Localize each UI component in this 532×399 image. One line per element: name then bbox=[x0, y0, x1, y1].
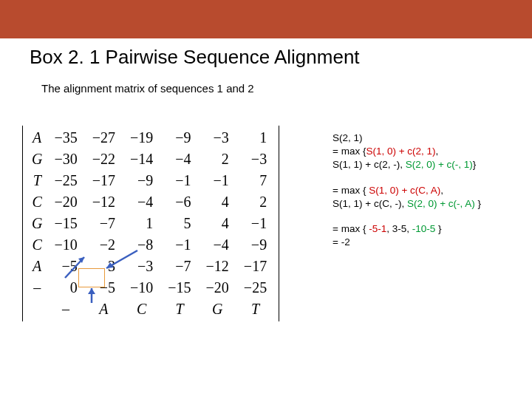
col-label: C bbox=[123, 299, 160, 320]
text: , 3-5, bbox=[386, 223, 412, 234]
matrix-cell: −7 bbox=[85, 213, 123, 234]
row-label: C bbox=[27, 191, 47, 213]
text-red: S(1, 0) + c(C, A) bbox=[369, 185, 440, 196]
formula-line: = max {S(1, 0) + c(2, 1), bbox=[332, 145, 517, 158]
page-title: Box 2. 1 Pairwise Sequence Alignment bbox=[0, 38, 532, 69]
formula-block-2: = max { S(1, 0) + c(C, A), S(1, 1) + c(C… bbox=[332, 184, 517, 211]
row-label: T bbox=[27, 170, 47, 191]
text: , bbox=[436, 146, 439, 157]
row-label: G bbox=[27, 149, 47, 170]
formula-line: = -2 bbox=[332, 236, 517, 249]
col-label: T bbox=[160, 299, 198, 320]
matrix-cell: 0 bbox=[47, 277, 84, 299]
matrix-cell: −9 bbox=[236, 234, 274, 256]
formula-block-1: S(2, 1) = max {S(1, 0) + c(2, 1), S(1, 1… bbox=[332, 132, 517, 172]
text-red: S(1, 0) + c(2, 1) bbox=[366, 146, 435, 157]
formula-line: = max { -5-1, 3-5, -10-5 } bbox=[332, 222, 517, 236]
matrix-cell: −14 bbox=[123, 149, 160, 170]
matrix-cell: −5 bbox=[47, 256, 84, 277]
matrix-cell: 1 bbox=[123, 213, 160, 234]
col-label: A bbox=[85, 299, 123, 320]
matrix-cell: −25 bbox=[47, 170, 84, 191]
row-label: G bbox=[27, 213, 47, 234]
matrix-cell: −20 bbox=[199, 277, 236, 299]
matrix-cell: −27 bbox=[85, 127, 123, 149]
formula-line: S(1, 1) + c(2, -), S(2, 0) + c(-, 1)} bbox=[332, 158, 517, 171]
matrix-cell: 7 bbox=[236, 170, 274, 191]
formula-line: = max { S(1, 0) + c(C, A), bbox=[332, 184, 517, 197]
matrix-cell: −4 bbox=[199, 234, 236, 256]
matrix-cell: −30 bbox=[47, 149, 84, 170]
matrix-cell: −3 bbox=[123, 256, 160, 277]
matrix-cell: −6 bbox=[160, 191, 198, 213]
matrix-cell: −4 bbox=[123, 191, 160, 213]
accent-bar bbox=[0, 0, 532, 38]
matrix-cell: −1 bbox=[199, 170, 236, 191]
row-label: A bbox=[27, 256, 47, 277]
matrix-cell: −20 bbox=[47, 191, 84, 213]
text: = max { bbox=[332, 146, 366, 157]
matrix-container: A−35−27−19−9−31G−30−22−14−42−3T−25−17−9−… bbox=[22, 126, 325, 324]
matrix-cell: −22 bbox=[85, 149, 123, 170]
text-green: S(2, 0) + c(-, A) bbox=[407, 198, 475, 209]
text: = max { bbox=[332, 223, 369, 234]
text: } bbox=[473, 159, 477, 170]
matrix-cell: −3 bbox=[199, 127, 236, 149]
formula-panel: S(2, 1) = max {S(1, 0) + c(2, 1), S(1, 1… bbox=[332, 132, 517, 262]
matrix-cell: −10 bbox=[123, 277, 160, 299]
matrix-cell: −15 bbox=[160, 277, 198, 299]
matrix-cell: −2 bbox=[85, 234, 123, 256]
text: } bbox=[475, 198, 481, 209]
matrix-cell: −12 bbox=[85, 191, 123, 213]
matrix-cell: −12 bbox=[199, 256, 236, 277]
col-label: T bbox=[236, 299, 274, 320]
matrix-cell: 4 bbox=[199, 191, 236, 213]
matrix-cell: −15 bbox=[47, 213, 84, 234]
formula-block-3: = max { -5-1, 3-5, -10-5 } = -2 bbox=[332, 222, 517, 249]
row-label bbox=[27, 299, 47, 320]
matrix-cell: −1 bbox=[160, 234, 198, 256]
matrix-cell: −9 bbox=[123, 170, 160, 191]
matrix-cell: −8 bbox=[123, 234, 160, 256]
text: = max { bbox=[332, 185, 369, 196]
matrix-cell: −7 bbox=[160, 256, 198, 277]
matrix-cell: 5 bbox=[160, 213, 198, 234]
text-green: -10-5 bbox=[412, 223, 436, 234]
row-label: A bbox=[27, 127, 47, 149]
matrix-cell: −17 bbox=[85, 170, 123, 191]
text-red: -5-1 bbox=[369, 223, 386, 234]
text: S(1, 1) + c(C, -), bbox=[332, 198, 407, 209]
matrix-cell: 2 bbox=[199, 149, 236, 170]
formula-line: S(2, 1) bbox=[332, 132, 517, 145]
text-green: S(2, 0) + c(-, 1) bbox=[406, 159, 473, 170]
matrix-cell: 4 bbox=[199, 213, 236, 234]
col-label: G bbox=[199, 299, 236, 320]
row-label: – bbox=[27, 277, 47, 299]
matrix-cell: −35 bbox=[47, 127, 84, 149]
matrix-cell: −17 bbox=[236, 256, 274, 277]
text: , bbox=[440, 185, 443, 196]
matrix-cell: 1 bbox=[236, 127, 274, 149]
col-label: – bbox=[47, 299, 84, 320]
text: S(1, 1) + c(2, -), bbox=[332, 159, 406, 170]
matrix-cell: −25 bbox=[236, 277, 274, 299]
row-label: C bbox=[27, 234, 47, 256]
matrix-cell: −9 bbox=[160, 127, 198, 149]
matrix-cell: −1 bbox=[236, 213, 274, 234]
formula-line: S(1, 1) + c(C, -), S(2, 0) + c(-, A) } bbox=[332, 197, 517, 211]
matrix-cell: −4 bbox=[160, 149, 198, 170]
alignment-matrix: A−35−27−19−9−31G−30−22−14−42−3T−25−17−9−… bbox=[22, 126, 279, 321]
matrix-cell: 3 bbox=[85, 256, 123, 277]
page-subtitle: The alignment matrix of sequences 1 and … bbox=[0, 69, 532, 95]
matrix-cell: 2 bbox=[236, 191, 274, 213]
text: } bbox=[435, 223, 441, 234]
matrix-cell: −19 bbox=[123, 127, 160, 149]
matrix-cell: −3 bbox=[236, 149, 274, 170]
matrix-cell: −5 bbox=[85, 277, 123, 299]
matrix-cell: −1 bbox=[160, 170, 198, 191]
matrix-cell: −10 bbox=[47, 234, 84, 256]
